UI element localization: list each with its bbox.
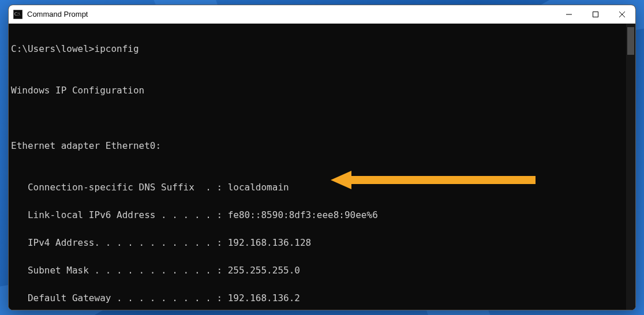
command-prompt-window: C:\ Command Prompt C:\Users\lowel>ipconf… [8, 5, 636, 310]
prompt-path: C:\Users\lowel> [11, 43, 95, 54]
dns-suffix-line: Connection-specific DNS Suffix . : local… [11, 181, 633, 194]
window-controls [556, 5, 635, 24]
window-title: Command Prompt [27, 10, 88, 18]
command-text: ipconfig [95, 43, 139, 54]
terminal-output[interactable]: C:\Users\lowel>ipconfig Windows IP Confi… [9, 24, 635, 310]
minimize-button[interactable] [556, 5, 582, 24]
subnet-mask-line: Subnet Mask . . . . . . . . . . . : 255.… [11, 264, 633, 278]
titlebar[interactable]: C:\ Command Prompt [9, 5, 635, 24]
close-button[interactable] [609, 5, 635, 24]
scrollbar-track[interactable] [626, 24, 635, 310]
gateway-line: Default Gateway . . . . . . . . . : 192.… [11, 291, 633, 305]
ipv6-line: Link-local IPv6 Address . . . . . : fe80… [11, 208, 633, 222]
maximize-button[interactable] [582, 5, 609, 24]
adapter-title: Ethernet adapter Ethernet0: [11, 139, 633, 153]
ipv4-line: IPv4 Address. . . . . . . . . . . : 192.… [11, 236, 633, 250]
scrollbar-thumb[interactable] [627, 27, 634, 55]
svg-rect-3 [593, 12, 598, 17]
svg-text:C:\: C:\ [14, 12, 21, 17]
cmd-icon: C:\ [13, 10, 23, 19]
ipconfig-header: Windows IP Configuration [11, 84, 633, 97]
